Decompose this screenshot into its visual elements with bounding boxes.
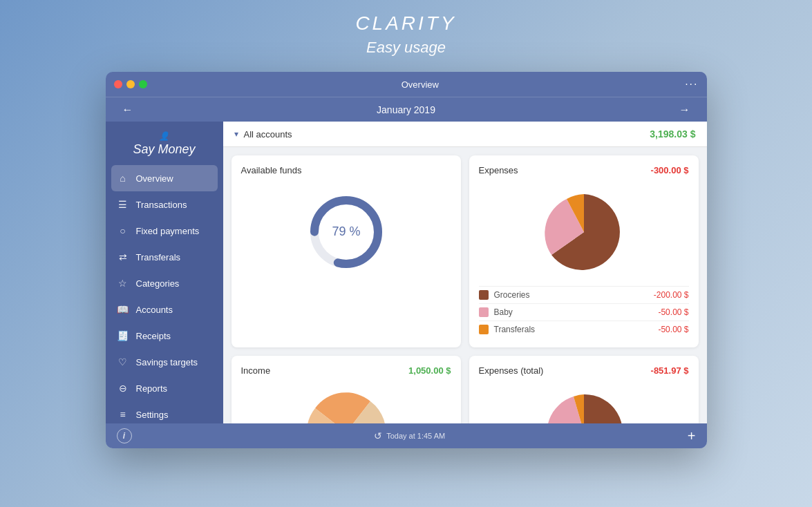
- settings-icon: ≡: [117, 408, 129, 421]
- sidebar-item-label: Reports: [136, 383, 168, 394]
- income-card: Income 1,050.00 $: [232, 356, 461, 423]
- receipts-icon: 🧾: [117, 329, 129, 342]
- available-funds-title: Available funds: [241, 165, 302, 175]
- sidebar-item-label: Savings targets: [136, 357, 198, 367]
- accounts-bar: ▾ All accounts 3,198.03 $: [223, 122, 707, 147]
- categories-icon: ☆: [117, 277, 129, 289]
- info-icon: i: [123, 431, 125, 441]
- fixed-payments-icon: ○: [117, 224, 129, 237]
- expenses-header: Expenses -300.00 $: [479, 165, 689, 175]
- nav-bar: ← January 2019 →: [106, 97, 707, 122]
- baby-label: Baby: [494, 307, 513, 317]
- expenses-pie-container: [479, 184, 689, 280]
- window-menu-button[interactable]: ···: [685, 78, 698, 90]
- expenses-title: Expenses: [479, 165, 518, 175]
- transferals-icon: ⇄: [117, 251, 129, 263]
- traffic-lights: [114, 80, 147, 88]
- sidebar-logo: 👤 Say Money: [106, 122, 223, 165]
- income-title: Income: [241, 365, 271, 376]
- sidebar-item-label: Settings: [136, 410, 169, 420]
- home-icon: ⌂: [117, 172, 129, 184]
- legend-item-groceries: Groceries -200.00 $: [479, 286, 689, 303]
- expenses-total-card: Expenses (total) -851.97 $: [469, 356, 699, 423]
- app-window: Overview ··· ← January 2019 → 👤 Say Mone…: [106, 72, 707, 448]
- donut-percent-text: 79 %: [332, 224, 360, 238]
- available-funds-header: Available funds: [241, 165, 451, 175]
- sidebar-item-receipts[interactable]: 🧾 Receipts: [106, 323, 223, 349]
- sidebar: 👤 Say Money ⌂ Overview ☰ Transactions ○ …: [106, 122, 223, 423]
- expenses-total-pie-container: [479, 384, 689, 423]
- minimize-button[interactable]: [126, 80, 135, 88]
- app-subtitle: Easy usage: [355, 39, 456, 57]
- app-title-container: CLARITY Easy usage: [355, 12, 456, 69]
- main-content: ▾ All accounts 3,198.03 $ Available fund…: [223, 122, 707, 423]
- sidebar-item-savings-targets[interactable]: ♡ Savings targets: [106, 349, 223, 375]
- sidebar-item-categories[interactable]: ☆ Categories: [106, 270, 223, 296]
- expenses-total-pie-chart: [539, 388, 629, 423]
- sidebar-item-overview[interactable]: ⌂ Overview: [111, 165, 218, 191]
- titlebar: Overview ···: [106, 72, 707, 97]
- sidebar-item-settings[interactable]: ≡ Settings: [106, 401, 223, 423]
- bottom-time-container: ↺ Today at 1:45 AM: [374, 430, 445, 441]
- transferals-value: -50.00 $: [658, 325, 688, 334]
- donut-chart: 79 %: [305, 191, 388, 274]
- window-title: Overview: [155, 79, 686, 90]
- savings-icon: ♡: [117, 356, 129, 368]
- chevron-down-icon[interactable]: ▾: [234, 129, 238, 139]
- transferals-legend-label: Transferals: [494, 325, 536, 334]
- cards-grid: Available funds 79 %: [223, 147, 707, 423]
- accounts-total-amount: 3,198.03 $: [650, 128, 695, 140]
- accounts-icon: 📖: [117, 303, 129, 316]
- expenses-total-header: Expenses (total) -851.97 $: [479, 365, 689, 376]
- accounts-label: All accounts: [244, 129, 650, 140]
- bottom-time: Today at 1:45 AM: [386, 432, 445, 440]
- current-month: January 2019: [139, 104, 674, 115]
- expenses-legend: Groceries -200.00 $ Baby -50.00 $: [479, 286, 689, 338]
- transferals-dot: [479, 325, 489, 334]
- expenses-total-title: Expenses (total): [479, 365, 544, 376]
- sync-icon-bottom: ↺: [374, 430, 382, 441]
- expenses-amount: -300.00 $: [651, 165, 689, 175]
- next-month-button[interactable]: →: [674, 101, 696, 119]
- legend-item-transferals: Transferals -50.00 $: [479, 321, 689, 338]
- sidebar-item-fixed-payments[interactable]: ○ Fixed payments: [106, 218, 223, 244]
- legend-item-baby: Baby -50.00 $: [479, 303, 689, 321]
- baby-dot: [479, 307, 489, 317]
- reports-icon: ⊖: [117, 382, 129, 394]
- available-funds-card: Available funds 79 %: [232, 155, 461, 347]
- sidebar-item-label: Transferals: [136, 252, 181, 262]
- sidebar-item-label: Accounts: [136, 305, 173, 315]
- sidebar-item-label: Overview: [136, 173, 173, 184]
- donut-chart-container: 79 %: [241, 184, 451, 280]
- bottom-bar: i ↺ Today at 1:45 AM +: [106, 423, 707, 448]
- expenses-total-amount: -851.97 $: [651, 365, 689, 376]
- sidebar-item-label: Transactions: [136, 200, 187, 210]
- sidebar-item-accounts[interactable]: 📖 Accounts: [106, 296, 223, 323]
- close-button[interactable]: [114, 80, 122, 88]
- maximize-button[interactable]: [139, 80, 147, 88]
- groceries-label: Groceries: [494, 290, 530, 300]
- add-button[interactable]: +: [688, 428, 696, 444]
- expenses-pie-chart: [539, 187, 629, 277]
- content-area: 👤 Say Money ⌂ Overview ☰ Transactions ○ …: [106, 122, 707, 423]
- info-button[interactable]: i: [117, 428, 132, 443]
- prev-month-button[interactable]: ←: [117, 101, 139, 119]
- transactions-icon: ☰: [117, 198, 129, 211]
- income-amount: 1,050.00 $: [408, 365, 451, 376]
- income-pie-container: [241, 384, 451, 423]
- sidebar-item-label: Receipts: [136, 331, 171, 341]
- sidebar-item-label: Categories: [136, 278, 180, 289]
- expenses-card: Expenses -300.00 $: [469, 155, 699, 347]
- sidebar-item-transactions[interactable]: ☰ Transactions: [106, 191, 223, 218]
- sidebar-item-reports[interactable]: ⊖ Reports: [106, 375, 223, 401]
- sidebar-item-transferals[interactable]: ⇄ Transferals: [106, 244, 223, 270]
- groceries-value: -200.00 $: [654, 290, 689, 300]
- sidebar-item-label: Fixed payments: [136, 226, 200, 236]
- groceries-dot: [479, 290, 489, 300]
- baby-value: -50.00 $: [658, 307, 688, 317]
- app-title: CLARITY: [355, 12, 456, 35]
- income-header: Income 1,050.00 $: [241, 365, 451, 376]
- income-pie-chart: [301, 388, 391, 423]
- sidebar-logo-text: 👤 Say Money: [117, 131, 212, 157]
